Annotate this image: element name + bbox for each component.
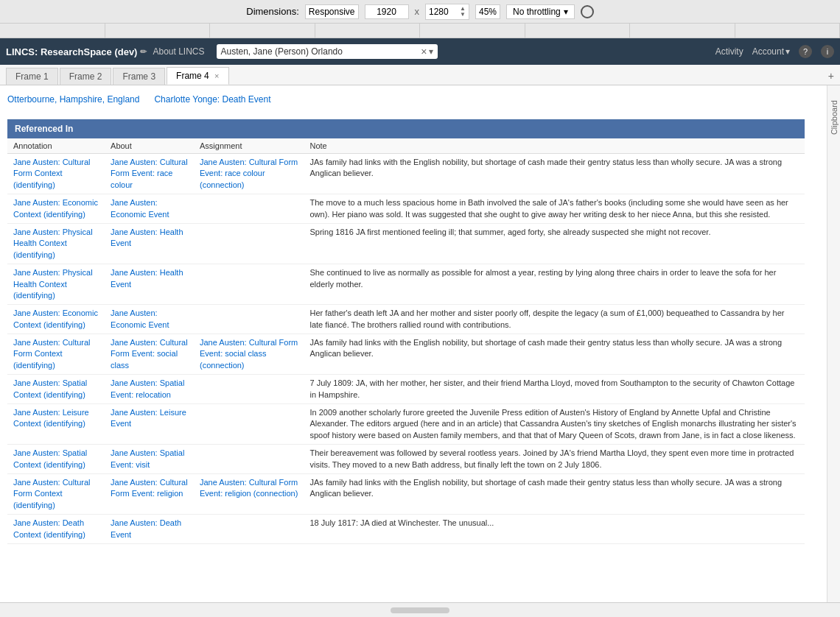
ruler [0, 24, 840, 38]
brand-edit-icon[interactable]: ✏ [140, 47, 147, 57]
note-cell: In 2009 another scholarly furore greeted… [304, 404, 805, 445]
activity-link[interactable]: Activity [715, 46, 743, 57]
table-row: Jane Austen: Economic Context (identifyi… [7, 194, 805, 224]
col-annotation: Annotation [7, 138, 105, 154]
table-row: Jane Austen: Death Context (identifying)… [7, 515, 805, 544]
note-cell: Her father's death left JA and her mothe… [304, 305, 805, 334]
assignment-cell [194, 305, 304, 334]
table-row: Jane Austen: Physical Health Context (id… [7, 264, 805, 305]
table-row: Jane Austen: Cultural Form Context (iden… [7, 334, 805, 375]
bottom-scrollbar[interactable] [0, 602, 840, 617]
ruler-cell [315, 24, 421, 38]
location-link[interactable]: Otterbourne, Hampshire, England [7, 94, 139, 105]
throttle-select[interactable]: No throttling ▾ [506, 4, 575, 19]
clipboard-label: Clipboard [830, 100, 839, 135]
annotation-cell[interactable]: Jane Austen: Economic Context (identifyi… [7, 194, 105, 224]
nav-right: Activity Account ▾ ? i [715, 45, 834, 58]
about-cell[interactable]: Jane Austen: Cultural Form Event: race c… [105, 154, 194, 194]
about-cell[interactable]: Jane Austen: Cultural Form Event: religi… [105, 473, 194, 514]
about-cell[interactable]: Jane Austen: Health Event [105, 264, 194, 305]
about-cell[interactable]: Jane Austen: Economic Event [105, 305, 194, 334]
table-row: Jane Austen: Spatial Context (identifyin… [7, 445, 805, 474]
about-cell[interactable]: Jane Austen: Spatial Event: visit [105, 445, 194, 474]
search-arrow-icon[interactable]: ▾ [429, 46, 433, 57]
assignment-cell [194, 194, 304, 224]
search-value: Austen, Jane (Person) Orlando [221, 46, 421, 57]
frame-tab-1[interactable]: Frame 1 [6, 68, 58, 85]
frame-add-button[interactable]: + [822, 67, 840, 85]
rotate-icon[interactable] [581, 5, 594, 18]
annotation-cell[interactable]: Jane Austen: Spatial Context (identifyin… [7, 445, 105, 474]
frame-tab-2[interactable]: Frame 2 [60, 68, 112, 85]
about-cell[interactable]: Jane Austen: Spatial Event: relocation [105, 375, 194, 404]
annotation-cell[interactable]: Jane Austen: Physical Health Context (id… [7, 223, 105, 264]
assignment-cell [194, 445, 304, 474]
note-cell: JAs family had links with the English no… [304, 334, 805, 375]
assignment-cell[interactable]: Jane Austen: Cultural Form Event: social… [194, 334, 304, 375]
search-clear-icon[interactable]: × [421, 46, 427, 57]
top-toolbar: Dimensions: Responsive x 1280 ▲ ▼ 45% No… [0, 0, 840, 24]
referenced-in-header: Referenced In [7, 119, 805, 138]
width-input[interactable] [365, 4, 409, 19]
annotation-cell[interactable]: Jane Austen: Physical Health Context (id… [7, 264, 105, 305]
about-cell[interactable]: Jane Austen: Health Event [105, 223, 194, 264]
annotation-cell[interactable]: Jane Austen: Leisure Context (identifyin… [7, 404, 105, 445]
annotation-cell[interactable]: Jane Austen: Death Context (identifying) [7, 515, 105, 544]
col-about: About [105, 138, 194, 154]
col-note: Note [304, 138, 805, 154]
note-cell: Their bereavement was followed by severa… [304, 445, 805, 474]
frame-tab-4[interactable]: Frame 4 × [167, 67, 228, 85]
note-cell: 7 July 1809: JA, with her mother, her si… [304, 375, 805, 404]
account-arrow-icon: ▾ [785, 46, 790, 57]
info-icon[interactable]: i [821, 45, 834, 58]
ruler-cell [735, 24, 841, 38]
col-assignment: Assignment [194, 138, 304, 154]
annotation-cell[interactable]: Jane Austen: Spatial Context (identifyin… [7, 375, 105, 404]
annotation-cell[interactable]: Jane Austen: Economic Context (identifyi… [7, 305, 105, 334]
responsive-select[interactable]: Responsive [305, 4, 359, 19]
brand: LINCS: ResearchSpace (dev) ✏ [6, 46, 147, 57]
annotation-cell[interactable]: Jane Austen: Cultural Form Context (iden… [7, 334, 105, 375]
throttle-arrow-icon: ▾ [564, 7, 568, 17]
note-cell: JAs family had links with the English no… [304, 154, 805, 194]
table-row: Jane Austen: Spatial Context (identifyin… [7, 375, 805, 404]
scroll-thumb[interactable] [391, 607, 449, 613]
table-row: Jane Austen: Physical Health Context (id… [7, 223, 805, 264]
table-row: Jane Austen: Leisure Context (identifyin… [7, 404, 805, 445]
frame-tabs: Frame 1 Frame 2 Frame 3 Frame 4 × + [0, 65, 840, 85]
cross-label: x [415, 6, 420, 17]
ruler-cell [630, 24, 735, 38]
assignment-cell [194, 375, 304, 404]
search-container: Austen, Jane (Person) Orlando × ▾ [217, 44, 438, 59]
about-cell[interactable]: Jane Austen: Cultural Form Event: social… [105, 334, 194, 375]
ruler-cell [105, 24, 211, 38]
location-separator[interactable]: Charlotte Yonge: Death Event [154, 94, 270, 105]
table-row: Jane Austen: Cultural Form Context (iden… [7, 154, 805, 194]
assignment-cell [194, 515, 304, 544]
zoom-select[interactable]: 45% [475, 4, 500, 19]
assignment-cell [194, 223, 304, 264]
about-cell[interactable]: Jane Austen: Death Event [105, 515, 194, 544]
frame-tab-4-close-icon[interactable]: × [214, 71, 219, 80]
table-row: Jane Austen: Cultural Form Context (iden… [7, 473, 805, 514]
annotation-cell[interactable]: Jane Austen: Cultural Form Context (iden… [7, 154, 105, 194]
assignment-cell[interactable]: Jane Austen: Cultural Form Event: religi… [194, 473, 304, 514]
assignment-cell [194, 404, 304, 445]
brand-text: LINCS: ResearchSpace (dev) [6, 46, 137, 57]
about-link[interactable]: About LINCS [153, 46, 204, 57]
annotation-cell[interactable]: Jane Austen: Cultural Form Context (iden… [7, 473, 105, 514]
ruler-cell [525, 24, 631, 38]
note-cell: JAs family had links with the English no… [304, 473, 805, 514]
height-spinner[interactable]: 1280 ▲ ▼ [425, 4, 469, 20]
dimensions-label: Dimensions: [246, 6, 299, 17]
about-cell[interactable]: Jane Austen: Economic Event [105, 194, 194, 224]
help-icon[interactable]: ? [799, 45, 812, 58]
ruler-cell [420, 24, 525, 38]
account-menu[interactable]: Account ▾ [752, 46, 790, 57]
frame-tab-3[interactable]: Frame 3 [113, 68, 165, 85]
referenced-in-table: Annotation About Assignment Note Jane Au… [7, 138, 805, 544]
table-header-row: Annotation About Assignment Note [7, 138, 805, 154]
assignment-cell[interactable]: Jane Austen: Cultural Form Event: race c… [194, 154, 304, 194]
main-content: Otterbourne, Hampshire, England Charlott… [0, 85, 827, 602]
about-cell[interactable]: Jane Austen: Leisure Event [105, 404, 194, 445]
